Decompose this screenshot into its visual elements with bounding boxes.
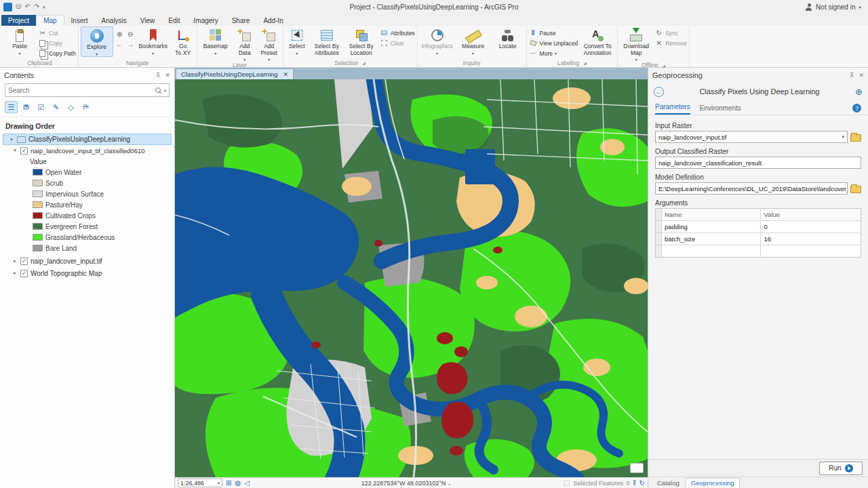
tab-imagery[interactable]: Imagery [187,15,225,26]
expander-icon[interactable]: ▸ [12,258,18,264]
explore-button[interactable]: Explore ▾ [81,26,113,57]
argument-name-cell[interactable]: padding [662,221,762,232]
add-data-button[interactable]: Add Data ▾ [234,26,256,62]
expander-icon[interactable]: ▾ [9,137,14,142]
tab-geoprocessing[interactable]: Geoprocessing [686,478,740,487]
select-button[interactable]: Select ▾ [285,26,309,56]
tab-analysis[interactable]: Analysis [95,15,134,26]
argument-name-cell[interactable]: batch_size [662,233,762,245]
basemap-layer-tree-item[interactable]: ▸ ✓ World Topographic Map [0,268,174,279]
convert-to-annotation-button[interactable]: Convert To Annotation [580,26,615,56]
tab-insert[interactable]: Insert [64,15,95,26]
argument-value-cell[interactable]: 0 [761,221,861,232]
clear-button[interactable]: Clear [380,39,415,47]
contents-close-icon[interactable]: ✕ [165,72,170,79]
argument-name-cell[interactable] [662,245,762,257]
snapping-grid-icon[interactable]: ⊞ [226,479,231,487]
layer-checkbox[interactable]: ✓ [20,270,28,277]
more-labeling-button[interactable]: ⋯More▾ [529,49,578,58]
tab-edit[interactable]: Edit [161,15,186,26]
list-by-drawing-order-icon[interactable]: ☰ [5,101,18,113]
undo-icon[interactable]: ↶ [24,3,30,10]
infographics-icon [430,28,445,43]
redo-icon[interactable]: ↷ [34,3,39,10]
tab-map[interactable]: Map [36,15,64,26]
geoprocessing-pin-icon[interactable]: ⊼ [850,72,854,79]
pause-drawing-icon[interactable]: ‖ [633,479,635,487]
save-icon[interactable]: ⛁ [16,3,21,10]
remove-button[interactable]: ✕Remove [654,39,687,47]
offline-dialog-launcher-icon[interactable]: ◢ [662,63,665,68]
labeling-dialog-launcher-icon[interactable]: ◢ [583,60,587,65]
add-preset-button[interactable]: Add Preset ▾ [258,26,281,62]
contents-search-box[interactable]: ▾ [5,83,170,97]
tab-addin[interactable]: Add-In [256,15,290,26]
browse-folder-icon[interactable] [850,184,861,193]
customize-toolbar-icon[interactable]: ▾ [43,5,45,9]
tab-project[interactable]: Project [1,15,36,26]
input-layer-tree-item[interactable]: ▸ ✓ naip_landcover_input.tif [0,256,174,266]
download-map-button[interactable]: Download Map ▾ [620,26,652,62]
close-map-tab-icon[interactable]: ✕ [283,71,289,78]
list-by-source-icon[interactable]: ⛃ [20,101,33,113]
sign-in-caret-icon[interactable]: ▴ [859,4,861,9]
classified-layer-tree-item[interactable]: ▾ ✓ naip_landcover_input_tif_classified0… [0,145,174,156]
back-arrow-icon[interactable]: ← [654,87,664,97]
map-scale-select[interactable]: 1:26,486▾ [178,479,222,487]
selection-dialog-launcher-icon[interactable]: ◢ [362,60,366,65]
argument-value-cell[interactable]: 16 [761,233,861,245]
full-extent-button[interactable]: ⊕⊖ [115,30,135,39]
geoprocessing-close-icon[interactable]: ✕ [859,72,864,79]
copy-path-button[interactable]: Copy Path [38,49,76,58]
add-tool-icon[interactable]: ⊕ [855,87,863,97]
contents-pin-icon[interactable]: ⊼ [156,72,161,79]
bookmarks-button[interactable]: Bookmarks ▾ [137,26,170,56]
measure-button[interactable]: Measure ▾ [457,26,490,56]
sync-button[interactable]: ↻Sync [654,28,687,37]
model-definition-field[interactable]: E:\DeepLearning\Conferences\DL_UC_2019\D… [655,182,848,195]
expander-icon[interactable]: ▾ [12,148,18,153]
attributes-button[interactable]: Attributes [380,28,415,37]
map-view-tab[interactable]: ClassifyPixelsUsingDeepLearning ✕ [176,68,294,79]
paste-button[interactable]: Paste ▾ [3,26,36,56]
list-by-labeling-icon[interactable]: ⛿ [79,101,92,113]
input-raster-field[interactable]: naip_landcover_input.tif▾ [655,131,848,143]
browse-folder-icon[interactable] [850,132,861,142]
cut-button[interactable]: ✂Cut [38,28,76,37]
select-by-location-button[interactable]: Select By Location [345,26,378,56]
contents-search-input[interactable] [8,87,153,94]
map-overview-button[interactable] [630,463,644,473]
copy-button[interactable]: Copy [38,39,76,47]
map-view[interactable] [175,79,648,477]
select-by-attributes-button[interactable]: Select By Attributes [311,26,343,56]
output-raster-field[interactable]: naip_landcover_classification_result [655,157,861,169]
tab-parameters[interactable]: Parameters [655,103,690,115]
speaker-icon[interactable]: ◁ [244,479,250,487]
infographics-button[interactable]: Infographics ▾ [420,26,455,56]
pause-labeling-button[interactable]: Pause [529,28,578,37]
refresh-map-icon[interactable]: ↻ [639,479,645,487]
previous-extent-button[interactable]: ←→ [115,40,135,49]
map-tree-item[interactable]: ▾ ClassifyPixelsUsingDeepLearning [3,134,172,145]
help-icon[interactable]: ? [852,104,861,113]
run-button[interactable]: Run [819,462,863,475]
argument-value-cell[interactable] [761,245,861,257]
tab-view[interactable]: View [134,15,162,26]
tab-share[interactable]: Share [225,15,257,26]
list-by-editing-icon[interactable]: ✎ [50,101,62,113]
list-by-snapping-icon[interactable]: ◇ [64,101,77,113]
locate-button[interactable]: Locate [492,26,524,50]
list-by-selection-icon[interactable]: ☑ [35,101,47,113]
basemap-button[interactable]: Basemap ▾ [199,26,232,56]
globe-icon[interactable]: ◍ [235,479,241,487]
sign-in-status[interactable]: Not signed in [816,3,855,11]
expander-icon[interactable]: ▸ [12,270,18,276]
go-to-xy-button[interactable]: Go To XY [172,26,195,56]
view-unplaced-button[interactable]: View Unplaced [529,39,578,47]
map-coordinates[interactable]: 122.2287534°W 48.0203102°N ⌄ [253,480,560,487]
search-options-caret-icon[interactable]: ▾ [164,88,166,93]
layer-checkbox[interactable]: ✓ [20,147,28,155]
tab-environments[interactable]: Environments [700,104,741,115]
layer-checkbox[interactable]: ✓ [20,258,28,265]
tab-catalog[interactable]: Catalog [652,479,684,487]
